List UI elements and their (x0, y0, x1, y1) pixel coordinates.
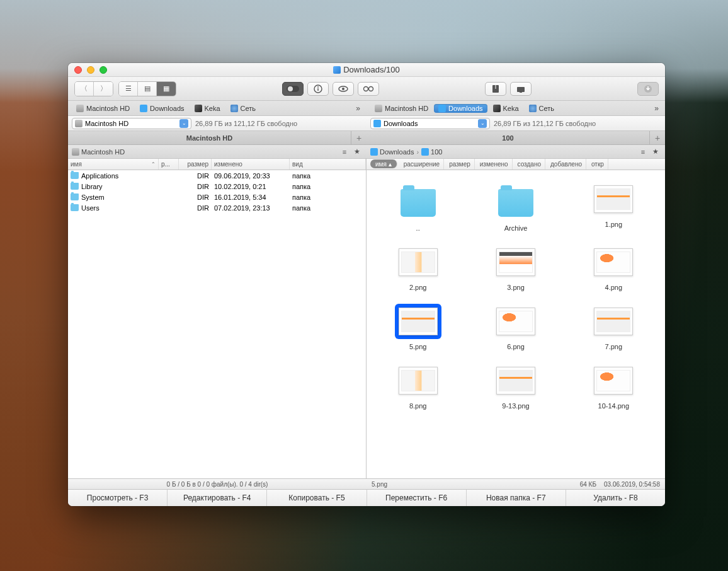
forward-button[interactable]: 〉 (94, 82, 113, 96)
tab-left[interactable]: Macintosh HD (68, 131, 351, 144)
col-size[interactable]: размер (179, 159, 212, 170)
breadcrumb-item[interactable]: Macintosh HD (72, 148, 125, 156)
breadcrumb-item[interactable]: 100 (421, 148, 442, 156)
file-item[interactable]: 8.png (369, 359, 467, 413)
svg-rect-10 (495, 85, 496, 89)
search-button[interactable] (358, 82, 379, 96)
list-options-button[interactable]: ≡ (339, 147, 350, 157)
close-button[interactable] (74, 66, 82, 74)
file-item[interactable]: 5.png (369, 300, 467, 354)
archive-button[interactable] (485, 82, 506, 96)
col-имя[interactable]: имя ▴ (370, 159, 397, 168)
image-thumbnail (594, 367, 633, 395)
col-name[interactable]: имя⌃ (68, 159, 159, 170)
status-bar: 0 Б / 0 Б в 0 / 0 файл(ы). 0 / 4 dir(s) … (68, 478, 665, 489)
favorite-downloads[interactable]: Downloads (434, 104, 487, 113)
file-item[interactable]: 3.png (467, 241, 564, 295)
share-button[interactable] (510, 82, 532, 96)
download-button[interactable] (637, 82, 659, 96)
hd-icon (76, 105, 84, 112)
breadcrumb-item[interactable]: Downloads (370, 148, 414, 156)
col-откр[interactable]: откр (588, 159, 608, 170)
drive-select-right[interactable]: Downloads ⌄ (370, 118, 490, 129)
image-thumbnail (594, 308, 633, 335)
col-mod[interactable]: изменено (212, 159, 290, 170)
item-label: 9-13.png (502, 402, 529, 410)
file-item[interactable]: 7.png (565, 300, 663, 354)
col-размер[interactable]: размер (445, 159, 475, 170)
breadcrumb-left: Macintosh HD≡★ (68, 145, 367, 158)
col-type[interactable]: вид (290, 159, 366, 170)
favorites-left: Macintosh HDDownloadsKekaСеть» (68, 101, 367, 115)
file-item[interactable]: 10-14.png (565, 359, 663, 413)
folder-icon (71, 172, 79, 179)
view-column-button[interactable]: ▤ (138, 82, 157, 96)
image-thumbnail (594, 185, 633, 213)
col-создано[interactable]: создано (514, 159, 545, 170)
fkey-button[interactable]: Переместить - F6 (367, 490, 467, 506)
favorite-star-button[interactable]: ★ (650, 147, 661, 157)
col-изменено[interactable]: изменено (476, 159, 513, 170)
image-thumbnail (496, 248, 535, 276)
favorites-overflow[interactable]: » (353, 104, 363, 113)
favorites-right: Macintosh HDDownloadsKekaСеть» (367, 101, 665, 115)
view-icon-button[interactable]: ▦ (157, 82, 176, 96)
svg-point-8 (369, 86, 373, 91)
favorite-macintosh-hd[interactable]: Macintosh HD (370, 104, 433, 113)
table-row[interactable]: LibraryDIR10.02.2019, 0:21папка (68, 181, 366, 192)
table-row[interactable]: ApplicationsDIR09.06.2019, 20:33папка (68, 170, 366, 181)
tab-right[interactable]: 100 (367, 131, 650, 144)
titlebar[interactable]: Downloads/100 (68, 63, 665, 77)
image-thumbnail (496, 308, 535, 335)
minimize-button[interactable] (87, 66, 94, 74)
file-item[interactable]: 9-13.png (467, 359, 564, 413)
back-button[interactable]: 〈 (75, 82, 94, 96)
file-item[interactable]: 2.png (369, 241, 467, 295)
folder-item[interactable]: Archive (467, 178, 564, 236)
file-item[interactable]: 6.png (467, 300, 564, 354)
right-pane: имя ▴расширениеразмеризмененосозданодоба… (367, 159, 665, 478)
svg-point-3 (317, 86, 319, 88)
col-r[interactable]: р... (159, 159, 179, 170)
folder-icon (71, 193, 79, 200)
col-добавлено[interactable]: добавлено (547, 159, 586, 170)
favorites-overflow[interactable]: » (652, 104, 661, 113)
table-row[interactable]: SystemDIR16.01.2019, 5:34папка (68, 192, 366, 202)
tab-bar: Macintosh HD + 100 + (68, 131, 665, 145)
file-item[interactable]: 4.png (565, 241, 663, 295)
fkey-button[interactable]: Редактировать - F4 (168, 490, 267, 506)
favorite-сеть[interactable]: Сеть (226, 104, 260, 113)
favorite-сеть[interactable]: Сеть (525, 104, 559, 113)
file-item[interactable]: 1.png (565, 178, 663, 236)
toggle-hidden-button[interactable] (282, 82, 304, 96)
favorite-keka[interactable]: Keka (190, 104, 225, 113)
item-label: .. (416, 224, 420, 232)
hd-icon (375, 105, 382, 112)
breadcrumb-right: Downloads›100≡★ (367, 145, 665, 158)
drive-select-left[interactable]: Macintosh HD ⌄ (72, 118, 191, 129)
fkey-button[interactable]: Новая папка - F7 (467, 490, 566, 506)
add-tab-right[interactable]: + (650, 131, 665, 144)
svg-point-1 (288, 86, 293, 91)
keka-icon (195, 105, 202, 112)
favorite-star-button[interactable]: ★ (351, 147, 363, 157)
item-label: 2.png (409, 284, 427, 291)
favorite-keka[interactable]: Keka (489, 104, 523, 113)
fkey-button[interactable]: Просмотреть - F3 (68, 490, 168, 506)
add-tab-left[interactable]: + (351, 131, 367, 144)
list-options-button[interactable]: ≡ (637, 147, 649, 157)
col-расширение[interactable]: расширение (400, 159, 445, 170)
left-file-list[interactable]: ApplicationsDIR09.06.2019, 20:33папкаLib… (68, 170, 366, 478)
folder-item[interactable]: .. (369, 178, 467, 236)
fkey-button[interactable]: Копировать - F5 (267, 490, 367, 506)
quicklook-button[interactable] (333, 82, 354, 96)
view-list-button[interactable]: ☰ (119, 82, 138, 96)
svg-rect-12 (520, 91, 522, 93)
zoom-button[interactable] (100, 66, 107, 74)
favorite-macintosh-hd[interactable]: Macintosh HD (72, 104, 134, 113)
table-row[interactable]: UsersDIR07.02.2019, 23:13папка (68, 202, 366, 213)
fkey-button[interactable]: Удалить - F8 (566, 490, 665, 506)
favorite-downloads[interactable]: Downloads (135, 104, 188, 113)
info-button[interactable] (307, 82, 329, 96)
right-icon-grid[interactable]: ..Archive1.png2.png3.png4.png5.png6.png7… (367, 170, 665, 478)
